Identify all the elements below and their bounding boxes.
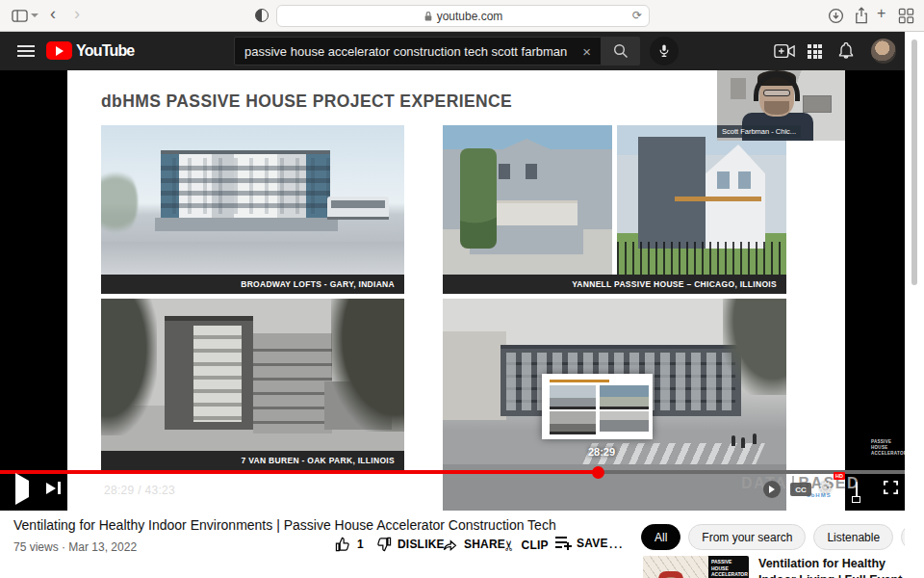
downloads-icon[interactable] (828, 8, 844, 24)
share-button[interactable]: SHARE (442, 537, 505, 551)
suggested-thumbnail[interactable]: PASSIVE HOUSE ACCELERATOR LIVE! (643, 556, 749, 578)
slide-image-yannell-house (443, 125, 786, 275)
tab-overview-icon[interactable] (898, 8, 914, 24)
suggested-video[interactable]: PASSIVE HOUSE ACCELERATOR LIVE! Ventilat… (643, 556, 903, 578)
like-button[interactable]: 1 (335, 537, 364, 552)
apps-grid-icon[interactable] (808, 44, 822, 59)
play-button[interactable] (15, 481, 29, 498)
back-button[interactable]: ‹ (50, 5, 56, 22)
share-icon[interactable] (854, 7, 869, 24)
video-title: Ventilating for Healthy Indoor Environme… (13, 517, 620, 533)
dislike-button[interactable]: DISLIKE (375, 537, 445, 552)
search-query: passive house accelerator construction t… (244, 44, 577, 59)
search-button[interactable] (602, 37, 640, 66)
settings-gear-icon[interactable]: ⚙ (818, 478, 833, 498)
add-to-playlist-icon (555, 537, 571, 550)
scissors-icon: ✂ (500, 539, 518, 552)
scrollbar-thumb[interactable] (911, 39, 917, 285)
accelerator-logo: PASSIVE HOUSE ACCELERATOR (871, 439, 905, 457)
clip-button[interactable]: ✂ CLIP (503, 537, 549, 554)
notifications-bell-icon[interactable] (837, 42, 855, 60)
caption-broadway: BROADWAY LOFTS - GARY, INDIANA (101, 275, 404, 294)
caption-van-buren: 7 VAN BUREN - OAK PARK, ILLINOIS (101, 451, 404, 470)
time-display: 28:29 / 43:23 (104, 484, 175, 497)
account-avatar[interactable] (871, 39, 896, 64)
search-input[interactable]: passive house accelerator construction t… (234, 37, 602, 66)
slide-title: dbHMS PASSIVE HOUSE PROJECT EXPERIENCE (101, 92, 512, 112)
speaker-webcam: Scott Farbman - Chic... (717, 70, 845, 141)
sidebar-icon[interactable] (12, 9, 28, 23)
seek-time-tooltip: 28:29 (576, 446, 628, 458)
speaker-name-label: Scott Farbman - Chic... (717, 125, 801, 138)
slide-image-van-buren (101, 299, 404, 451)
next-button[interactable] (46, 482, 61, 494)
captions-button[interactable]: CC (790, 483, 811, 496)
hd-badge: HD (834, 472, 845, 480)
video-meta: 75 views · Mar 13, 2022 (13, 540, 137, 554)
youtube-play-icon (46, 41, 72, 60)
seek-preview-thumbnail (542, 374, 653, 439)
fullscreen-button[interactable] (883, 480, 899, 495)
address-bar[interactable]: youtube.com ⟳ (276, 5, 650, 27)
clear-search-icon[interactable]: × (577, 43, 591, 60)
scrollbar-track[interactable] (905, 32, 924, 578)
forward-button[interactable]: › (74, 5, 80, 22)
filter-chips: All From your search Listenable Watched (641, 524, 924, 550)
youtube-header: YouTube passive house accelerator constr… (0, 32, 905, 70)
volume-icon[interactable] (77, 479, 95, 497)
more-actions-button[interactable]: ⋯ (608, 539, 624, 556)
create-video-icon[interactable] (774, 43, 795, 59)
slide-image-broadway-lofts (101, 125, 404, 275)
privacy-shield-icon[interactable] (255, 9, 269, 22)
lock-icon (424, 11, 433, 22)
video-player[interactable]: dbHMS PASSIVE HOUSE PROJECT EXPERIENCE B… (0, 70, 905, 511)
chip-from-your-search[interactable]: From your search (688, 524, 806, 550)
reload-icon[interactable]: ⟳ (632, 9, 642, 22)
sidebar-chevron-icon[interactable] (31, 13, 38, 17)
chip-listenable[interactable]: Listenable (813, 524, 893, 550)
new-tab-icon[interactable]: + (877, 5, 886, 22)
player-controls: 28:29 / 43:23 CC ⚙ HD (0, 474, 905, 511)
browser-toolbar: ‹ › youtube.com ⟳ + (0, 0, 924, 32)
voice-search-button[interactable] (650, 37, 679, 66)
screen: ‹ › youtube.com ⟳ + YouTube passi (0, 0, 924, 578)
miniplayer-button[interactable] (856, 483, 858, 500)
save-button[interactable]: SAVE (555, 537, 608, 550)
youtube-logo[interactable]: YouTube (46, 41, 134, 60)
chip-all[interactable]: All (641, 524, 680, 550)
autoplay-toggle[interactable] (763, 481, 781, 498)
url-text: youtube.com (437, 10, 503, 23)
caption-yannell: YANNELL PASSIVE HOUSE – CHICAGO, ILLINOI… (443, 275, 786, 294)
menu-icon[interactable] (17, 45, 35, 57)
suggested-title[interactable]: Ventilation for Healthy Indoor Living | … (758, 556, 903, 578)
